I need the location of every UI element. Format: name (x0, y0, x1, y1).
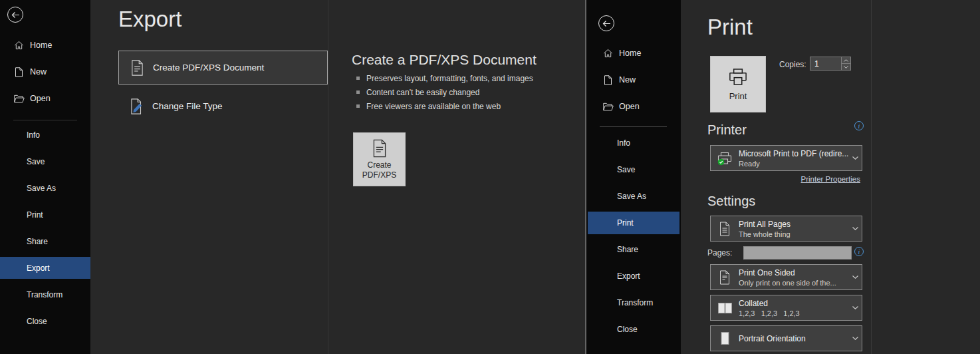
copies-decrement-button[interactable] (842, 63, 850, 70)
option-label: Change File Type (152, 101, 223, 111)
bullet-text: Free viewers are available on the web (366, 102, 501, 111)
back-button[interactable] (7, 7, 23, 23)
dropdown-primary-text: Print All Pages (739, 220, 848, 229)
bullet-icon (356, 90, 360, 94)
sidebar-item-label: Open (619, 102, 640, 111)
printer-name: Microsoft Print to PDF (redire... (739, 149, 848, 158)
preview-pane-divider (871, 0, 872, 354)
sidebar-item-label: New (30, 67, 47, 77)
sidebar-item-open[interactable]: Open (13, 93, 51, 104)
dropdown-primary-text: Print One Sided (739, 268, 848, 277)
sidebar-item-share[interactable]: Share (27, 237, 48, 246)
chevron-down-icon (848, 337, 862, 340)
sidebar-item-info[interactable]: Info (617, 138, 630, 148)
bullet-item: Free viewers are available on the web (356, 102, 501, 111)
sidebar-item-transform[interactable]: Transform (27, 290, 62, 299)
bullet-icon (356, 77, 360, 80)
new-document-icon (13, 67, 25, 77)
chevron-down-icon (848, 156, 862, 160)
settings-section-heading: Settings (707, 194, 755, 209)
printer-properties-link[interactable]: Printer Properties (710, 175, 860, 183)
sidebar-divider (13, 120, 77, 120)
sidebar-item-label: Home (619, 49, 641, 58)
print-button[interactable]: Print (710, 56, 766, 112)
info-icon[interactable]: i (854, 121, 864, 130)
create-pdf-xps-button[interactable]: Create PDF/XPS (353, 132, 406, 186)
option-label: Create PDF/XPS Document (153, 63, 264, 73)
sidebar-item-transform[interactable]: Transform (617, 298, 653, 307)
print-one-sided-icon (711, 270, 739, 285)
sidebar-item-save[interactable]: Save (617, 165, 635, 174)
printer-icon (728, 68, 748, 86)
sidebar-divider (600, 126, 667, 127)
sidebar-item-save-as[interactable]: Save As (27, 184, 56, 193)
print-backstage-window: Home New Open Info Save Save As Print Sh… (586, 0, 980, 354)
portrait-orientation-icon (711, 331, 739, 345)
page-range-dropdown[interactable]: Print All Pages The whole thing (710, 216, 862, 242)
chevron-down-icon (848, 227, 862, 230)
copies-increment-button[interactable] (842, 57, 850, 63)
sidebar-item-close[interactable]: Close (27, 317, 47, 326)
back-arrow-icon (602, 20, 611, 27)
pages-label: Pages: (707, 248, 732, 258)
new-document-icon (602, 75, 614, 85)
bullet-item: Preserves layout, formatting, fonts, and… (356, 74, 533, 83)
sidebar-item-print[interactable]: Print (27, 210, 43, 220)
sidebar-item-home[interactable]: Home (13, 40, 52, 51)
print-all-pages-icon (711, 222, 739, 236)
page-title: Export (118, 7, 182, 32)
sidebar-item-export[interactable]: Export (0, 257, 90, 279)
stepper-arrows (841, 57, 850, 70)
pdf-document-icon (130, 60, 144, 76)
printer-device-icon (711, 151, 739, 166)
home-icon (13, 41, 25, 50)
bullet-text: Preserves layout, formatting, fonts, and… (366, 74, 533, 83)
info-icon[interactable]: i (854, 247, 864, 256)
printer-status: Ready (739, 160, 848, 168)
bullet-text: Content can't be easily changed (366, 88, 479, 97)
pane-divider (328, 0, 328, 354)
option-change-file-type[interactable]: Change File Type (118, 89, 328, 123)
change-file-type-icon (130, 98, 144, 114)
print-button-label: Print (729, 91, 747, 101)
dropdown-secondary-text: The whole thing (739, 230, 848, 238)
page-title: Print (707, 15, 753, 40)
sidebar-item-new[interactable]: New (13, 67, 47, 77)
sidebar-item-share[interactable]: Share (617, 245, 638, 254)
sidebar-item-label: Home (30, 41, 52, 50)
bullet-item: Content can't be easily changed (356, 88, 479, 97)
button-label-line: PDF/XPS (362, 170, 396, 180)
dropdown-secondary-text: Only print on one side of the... (739, 279, 848, 287)
printer-section-heading: Printer (707, 122, 747, 138)
bullet-icon (356, 104, 360, 108)
sidebar-item-label: Open (30, 94, 51, 103)
chevron-down-icon (848, 306, 862, 309)
sidebar-item-info[interactable]: Info (27, 130, 40, 140)
sidebar-item-export[interactable]: Export (617, 271, 640, 281)
export-backstage-window: Home New Open Info Save Save As Print Sh… (0, 0, 585, 354)
dropdown-primary-text: Portrait Orientation (739, 334, 848, 343)
sidebar-item-save-as[interactable]: Save As (617, 192, 646, 201)
sidebar-item-new[interactable]: New (602, 75, 636, 85)
pages-input[interactable] (743, 246, 852, 260)
sides-dropdown[interactable]: Print One Sided Only print on one side o… (710, 264, 862, 290)
collation-dropdown[interactable]: Collated 1,2,3 1,2,3 1,2,3 (710, 295, 862, 321)
export-sidebar (0, 0, 90, 354)
sidebar-item-print[interactable]: Print (588, 212, 679, 234)
sidebar-item-close[interactable]: Close (617, 325, 638, 334)
copies-input[interactable] (810, 57, 841, 70)
orientation-dropdown[interactable]: Portrait Orientation (710, 325, 862, 351)
option-create-pdf-xps-document[interactable]: Create PDF/XPS Document (118, 51, 328, 85)
collated-icon (711, 301, 739, 315)
back-button[interactable] (598, 15, 614, 31)
back-arrow-icon (11, 11, 20, 19)
copies-stepper[interactable] (810, 57, 851, 71)
copies-label: Copies: (779, 60, 806, 69)
sidebar-item-home[interactable]: Home (602, 48, 641, 59)
printer-select[interactable]: Microsoft Print to PDF (redire... Ready (710, 145, 862, 171)
create-pdf-xps-icon (372, 139, 388, 158)
sidebar-item-label: New (619, 75, 636, 85)
sidebar-item-save[interactable]: Save (27, 157, 45, 166)
chevron-down-icon (848, 275, 862, 279)
sidebar-item-open[interactable]: Open (602, 101, 640, 112)
